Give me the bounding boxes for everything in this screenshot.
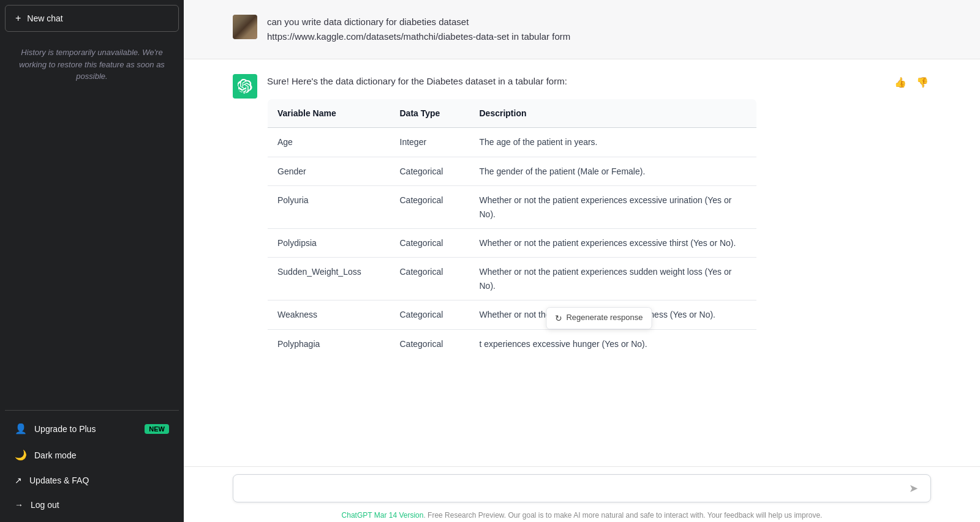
logout-label: Log out xyxy=(31,500,59,510)
main-content: can you write data dictionary for diabet… xyxy=(184,0,980,522)
table-cell-1: Integer xyxy=(390,128,470,157)
footer-description: . Free Research Preview. Our goal is to … xyxy=(423,511,822,520)
sidebar-item-upgrade[interactable]: 👤 Upgrade to Plus NEW xyxy=(5,416,179,442)
table-row: WeaknessCategoricalWhether or not the pa… xyxy=(268,300,757,329)
table-cell-2: The age of the patient in years. xyxy=(470,128,757,157)
avatar xyxy=(233,15,257,39)
send-button[interactable]: ➤ xyxy=(907,482,921,495)
table-row: PolyuriaCategoricalWhether or not the pa… xyxy=(268,186,757,229)
table-cell-0: Age xyxy=(268,128,390,157)
feedback-buttons: 👍 👎 xyxy=(892,74,931,91)
footer-text: ChatGPT Mar 14 Version. Free Research Pr… xyxy=(184,507,980,522)
table-cell-2: The gender of the patient (Male or Femal… xyxy=(470,157,757,185)
darkmode-label: Dark mode xyxy=(34,450,76,460)
sidebar: + New chat History is temporarily unavai… xyxy=(0,0,184,522)
table-header: Variable Name Data Type Description xyxy=(268,99,757,128)
table-cell-2: Whether or not the patient experiences e… xyxy=(470,228,757,257)
user-message-line1: can you write data dictionary for diabet… xyxy=(267,15,570,29)
table-cell-2: Whether or not the patient experiences s… xyxy=(470,258,757,300)
input-area: ➤ xyxy=(184,466,980,507)
table-cell-2: t experiences excessive hunger (Yes or N… xyxy=(470,329,757,353)
regenerate-response-button[interactable]: ↻ Regenerate response xyxy=(546,307,652,329)
regen-icon: ↻ xyxy=(555,311,562,325)
assistant-message: Sure! Here's the data dictionary for the… xyxy=(184,59,980,354)
column-header-description: Description xyxy=(470,99,757,128)
sidebar-bottom: 👤 Upgrade to Plus NEW 🌙 Dark mode ↗ Upda… xyxy=(5,410,179,517)
plus-icon: + xyxy=(15,13,21,24)
table-cell-0: Polyuria xyxy=(268,186,390,229)
user-message: can you write data dictionary for diabet… xyxy=(184,0,980,59)
table-cell-1: Categorical xyxy=(390,300,470,329)
chat-area: can you write data dictionary for diabet… xyxy=(184,0,980,466)
table-cell-0: Weakness xyxy=(268,300,390,329)
regen-label: Regenerate response xyxy=(566,311,643,324)
thumbs-down-button[interactable]: 👎 xyxy=(914,74,931,91)
data-dictionary-table: Variable Name Data Type Description AgeI… xyxy=(267,99,757,354)
new-chat-button[interactable]: + New chat xyxy=(5,5,179,32)
table-cell-1: Categorical xyxy=(390,329,470,353)
user-icon: 👤 xyxy=(15,423,27,434)
new-badge: NEW xyxy=(145,424,169,434)
assistant-content: Sure! Here's the data dictionary for the… xyxy=(267,74,931,339)
table-cell-0: Gender xyxy=(268,157,390,185)
table-cell-0: Polyphagia xyxy=(268,329,390,353)
version-link[interactable]: ChatGPT Mar 14 Version xyxy=(342,511,424,520)
upgrade-label: Upgrade to Plus xyxy=(34,424,96,434)
table-cell-1: Categorical xyxy=(390,157,470,185)
sidebar-item-updates[interactable]: ↗ Updates & FAQ xyxy=(5,468,179,493)
table-cell-2: Whether or not the patient experiences e… xyxy=(470,186,757,229)
table-cell-1: Categorical xyxy=(390,228,470,257)
table-row: Sudden_Weight_LossCategoricalWhether or … xyxy=(268,258,757,300)
updates-label: Updates & FAQ xyxy=(29,475,89,485)
sidebar-item-logout[interactable]: → Log out xyxy=(5,493,179,517)
table-cell-0: Sudden_Weight_Loss xyxy=(268,258,390,300)
table-row: PolyphagiaCategoricalt experiences exces… xyxy=(268,329,757,353)
openai-logo-icon xyxy=(238,79,252,94)
send-icon: ➤ xyxy=(909,482,918,494)
sidebar-item-darkmode[interactable]: 🌙 Dark mode xyxy=(5,442,179,468)
table-cell-1: Categorical xyxy=(390,258,470,300)
table-row: AgeIntegerThe age of the patient in year… xyxy=(268,128,757,157)
user-avatar-image xyxy=(233,15,257,39)
chat-input[interactable] xyxy=(243,481,907,496)
new-chat-label: New chat xyxy=(27,13,62,23)
user-message-line2: https://www.kaggle.com/datasets/mathchi/… xyxy=(267,29,570,44)
thumbs-up-button[interactable]: 👍 xyxy=(892,74,909,91)
table-body: AgeIntegerThe age of the patient in year… xyxy=(268,128,757,354)
input-wrapper: ➤ xyxy=(233,474,931,502)
table-cell-0: Polydipsia xyxy=(268,228,390,257)
user-message-text: can you write data dictionary for diabet… xyxy=(267,15,570,44)
history-unavailable-message: History is temporarily unavailable. We'r… xyxy=(5,37,179,92)
moon-icon: 🌙 xyxy=(15,449,27,461)
assistant-intro-text: Sure! Here's the data dictionary for the… xyxy=(267,74,931,89)
external-link-icon: ↗ xyxy=(15,475,22,485)
column-header-variable: Variable Name xyxy=(268,99,390,128)
logout-icon: → xyxy=(15,500,23,510)
table-row: GenderCategoricalThe gender of the patie… xyxy=(268,157,757,185)
table-cell-1: Categorical xyxy=(390,186,470,229)
assistant-avatar xyxy=(233,74,257,99)
table-row: PolydipsiaCategoricalWhether or not the … xyxy=(268,228,757,257)
column-header-datatype: Data Type xyxy=(390,99,470,128)
